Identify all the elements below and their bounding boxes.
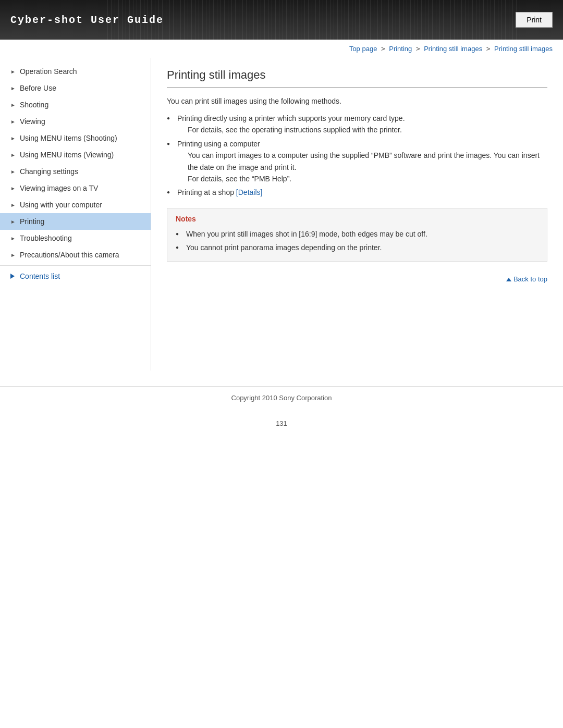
notes-box: Notes When you print still images shot i…	[167, 208, 547, 262]
method-item-3: Printing at a shop [Details]	[167, 186, 547, 199]
sidebar-item-operation-search[interactable]: ► Operation Search	[0, 63, 151, 80]
method-1-text: Printing directly using a printer which …	[177, 114, 405, 122]
arrow-icon-computer: ►	[10, 202, 16, 208]
arrow-icon-viewing: ►	[10, 119, 16, 125]
contents-arrow-icon	[10, 274, 15, 279]
breadcrumb-printing[interactable]: Printing	[389, 45, 412, 53]
sidebar-label-precautions: Precautions/About this camera	[20, 251, 119, 259]
method-item-1: Printing directly using a printer which …	[167, 112, 547, 137]
sidebar-item-troubleshooting[interactable]: ► Troubleshooting	[0, 230, 151, 246]
arrow-icon-troubleshooting: ►	[10, 236, 16, 241]
sidebar-label-viewing-tv: Viewing images on a TV	[20, 184, 98, 192]
sidebar: ► Operation Search ► Before Use ► Shooti…	[0, 58, 151, 371]
arrow-icon-menu-shooting: ►	[10, 135, 16, 141]
contents-list-link[interactable]: Contents list	[10, 272, 140, 280]
sidebar-label-before-use: Before Use	[20, 84, 56, 92]
breadcrumb-printing-still-2[interactable]: Printing still images	[494, 45, 553, 53]
contents-list-label: Contents list	[20, 272, 60, 280]
breadcrumb: Top page > Printing > Printing still ima…	[0, 40, 563, 58]
arrow-icon-viewing-tv: ►	[10, 186, 16, 191]
sidebar-item-computer[interactable]: ► Using with your computer	[0, 196, 151, 213]
footer: Copyright 2010 Sony Corporation	[0, 386, 563, 409]
arrow-icon-menu-viewing: ►	[10, 152, 16, 158]
arrow-icon-precautions: ►	[10, 252, 16, 258]
sidebar-item-viewing-tv[interactable]: ► Viewing images on a TV	[0, 180, 151, 196]
sidebar-label-operation-search: Operation Search	[20, 67, 77, 76]
back-to-top-label: Back to top	[513, 275, 547, 283]
content-area: Printing still images You can print stil…	[151, 58, 563, 371]
arrow-icon-printing: ►	[10, 219, 16, 225]
arrow-icon-shooting: ►	[10, 102, 16, 108]
arrow-icon-changing-settings: ►	[10, 169, 16, 175]
sidebar-item-viewing[interactable]: ► Viewing	[0, 113, 151, 130]
sidebar-label-computer: Using with your computer	[20, 201, 102, 209]
sidebar-footer: Contents list	[0, 265, 151, 287]
sidebar-label-printing: Printing	[20, 217, 44, 226]
breadcrumb-sep-2: >	[416, 45, 422, 53]
method-item-2: Printing using a computer You can import…	[167, 137, 547, 186]
sidebar-item-shooting[interactable]: ► Shooting	[0, 96, 151, 113]
sidebar-item-precautions[interactable]: ► Precautions/About this camera	[0, 246, 151, 263]
sidebar-label-changing-settings: Changing settings	[20, 167, 78, 176]
method-3-text: Printing at a shop	[177, 188, 236, 196]
arrow-icon-operation-search: ►	[10, 69, 16, 75]
sidebar-item-printing[interactable]: ► Printing	[0, 213, 151, 230]
sidebar-label-viewing: Viewing	[20, 117, 45, 126]
triangle-up-icon	[506, 278, 511, 281]
notes-title: Notes	[176, 215, 538, 223]
back-to-top: Back to top	[167, 270, 547, 288]
page-number: 131	[0, 409, 563, 438]
sidebar-label-troubleshooting: Troubleshooting	[20, 234, 72, 242]
breadcrumb-sep-1: >	[381, 45, 387, 53]
breadcrumb-printing-still-1[interactable]: Printing still images	[424, 45, 482, 53]
back-to-top-link[interactable]: Back to top	[506, 275, 547, 283]
arrow-icon-before-use: ►	[10, 85, 16, 91]
methods-list: Printing directly using a printer which …	[167, 112, 547, 200]
notes-list: When you print still images shot in [16:…	[176, 227, 538, 255]
sidebar-item-before-use[interactable]: ► Before Use	[0, 80, 151, 96]
page-title: Printing still images	[167, 68, 547, 88]
sidebar-item-menu-viewing[interactable]: ► Using MENU items (Viewing)	[0, 146, 151, 163]
note-item-1: When you print still images shot in [16:…	[176, 227, 538, 241]
note-item-2: You cannot print panorama images dependi…	[176, 241, 538, 254]
print-button[interactable]: Print	[516, 12, 553, 28]
details-link[interactable]: [Details]	[236, 188, 263, 196]
breadcrumb-top-page[interactable]: Top page	[349, 45, 377, 53]
method-2-sub: You can import images to a computer usin…	[177, 150, 547, 184]
method-2-text: Printing using a computer	[177, 140, 260, 148]
sidebar-label-menu-shooting: Using MENU items (Shooting)	[20, 134, 117, 142]
content-intro: You can print still images using the fol…	[167, 97, 547, 105]
header-decoration	[104, 0, 521, 40]
method-1-sub: For details, see the operating instructi…	[177, 124, 547, 135]
sidebar-item-changing-settings[interactable]: ► Changing settings	[0, 163, 151, 180]
sidebar-label-menu-viewing: Using MENU items (Viewing)	[20, 151, 114, 159]
breadcrumb-sep-3: >	[486, 45, 492, 53]
copyright-text: Copyright 2010 Sony Corporation	[231, 394, 332, 402]
sidebar-item-menu-shooting[interactable]: ► Using MENU items (Shooting)	[0, 130, 151, 146]
app-title: Cyber-shot User Guide	[10, 14, 164, 26]
main-layout: ► Operation Search ► Before Use ► Shooti…	[0, 58, 563, 371]
sidebar-label-shooting: Shooting	[20, 101, 48, 109]
header: Cyber-shot User Guide Print	[0, 0, 563, 40]
